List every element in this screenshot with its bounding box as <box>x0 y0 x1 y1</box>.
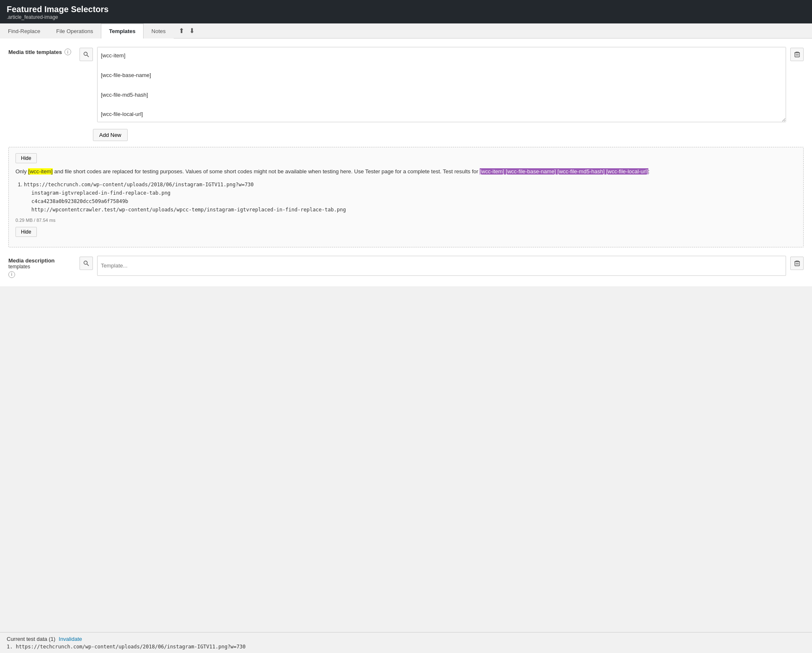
svg-point-8 <box>84 261 87 264</box>
hide-bottom-button[interactable]: Hide <box>15 227 37 237</box>
tab-notes[interactable]: Notes <box>144 23 174 39</box>
page-header: Featured Image Selectors .article_featur… <box>0 0 812 23</box>
page-subtitle: .article_featured-image <box>7 14 805 20</box>
download-icon[interactable]: ⬇ <box>188 25 196 36</box>
add-new-button[interactable]: Add New <box>93 129 128 141</box>
test-result-item: https://techcrunch.com/wp-content/upload… <box>24 181 797 213</box>
result-url: https://techcrunch.com/wp-content/upload… <box>24 182 797 188</box>
test-meta: 0.29 MB / 87.54 ms <box>15 218 797 223</box>
result-hash: c4ca4238a0b923820dcc509a6f75849b <box>31 198 797 204</box>
desc-middle: and file short codes are replaced for te… <box>53 168 480 175</box>
page-title: Featured Image Selectors <box>7 4 805 14</box>
media-title-delete-button[interactable] <box>790 48 804 61</box>
media-description-label: Media description templates i <box>8 256 75 278</box>
svg-point-0 <box>84 52 87 56</box>
media-description-subtext: templates <box>8 264 75 270</box>
test-results-list: https://techcrunch.com/wp-content/upload… <box>15 181 797 213</box>
test-description: Only [wcc-item] and file short codes are… <box>15 167 797 176</box>
desc-colon: : <box>648 168 650 175</box>
media-description-search-button[interactable] <box>80 257 93 270</box>
media-title-search-button[interactable] <box>80 48 93 61</box>
test-panel: Hide Only [wcc-item] and file short code… <box>8 147 804 247</box>
media-description-text: Media description <box>8 257 75 264</box>
tab-bar: Find-Replace File Operations Templates N… <box>0 23 812 39</box>
svg-line-1 <box>87 55 89 57</box>
media-description-section: Media description templates i <box>8 256 804 278</box>
search-icon <box>83 260 89 266</box>
media-title-info-icon[interactable]: i <box>64 49 71 55</box>
delete-icon <box>794 51 800 57</box>
tab-templates[interactable]: Templates <box>101 23 143 39</box>
upload-icon[interactable]: ⬆ <box>177 25 186 36</box>
hide-top-button[interactable]: Hide <box>15 153 37 163</box>
media-description-info-icon[interactable]: i <box>8 271 15 278</box>
search-icon <box>83 51 89 57</box>
svg-line-9 <box>87 264 89 266</box>
media-title-textarea[interactable]: [wcc-item] [wcc-file-base-name] [wcc-fil… <box>97 47 786 122</box>
media-description-input[interactable] <box>97 256 786 276</box>
result-local-url: http://wpcontentcrawler.test/wp-content/… <box>31 207 797 213</box>
wcc-item-highlight: [wcc-item] <box>28 168 53 175</box>
tab-find-replace[interactable]: Find-Replace <box>0 23 48 39</box>
main-content: Media title templates i [wcc-item] [wcc-… <box>0 39 812 286</box>
media-description-delete-button[interactable] <box>790 257 804 270</box>
media-title-text: Media title templates <box>8 49 62 55</box>
tab-file-operations[interactable]: File Operations <box>48 23 101 39</box>
codes-highlight: [wcc-item] [wcc-file-base-name] [wcc-fil… <box>480 168 648 175</box>
delete-icon <box>794 260 800 266</box>
tab-action-icons[interactable]: ⬆ ⬇ <box>174 23 200 38</box>
desc-before: Only <box>15 168 28 175</box>
media-title-label: Media title templates i <box>8 47 75 55</box>
media-title-section: Media title templates i [wcc-item] [wcc-… <box>8 47 804 122</box>
result-filename: instagram-igtvreplaced-in-find-replace-t… <box>31 190 797 196</box>
